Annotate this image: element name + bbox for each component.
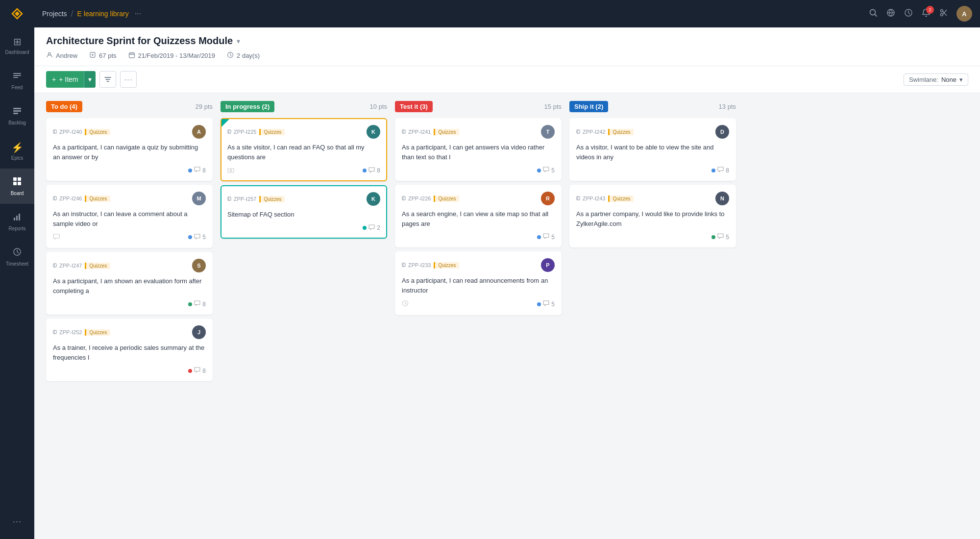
column-pts: 10 pts: [370, 103, 387, 110]
comment-count: 5: [551, 167, 555, 174]
card-header: ZPP-I240QuizzesA: [53, 125, 206, 139]
card-tag: Quizzes: [434, 129, 459, 135]
add-item-button[interactable]: + + Item ▾: [46, 71, 96, 88]
task-card[interactable]: ZPP-I242QuizzesDAs a visitor, I want to …: [569, 118, 736, 181]
comment-count: 5: [202, 234, 206, 241]
card-text: As a visitor, I want to be able to view …: [576, 143, 729, 162]
svg-rect-5: [13, 113, 18, 114]
task-card[interactable]: ZPP-I252QuizzesJAs a trainer, I receive …: [46, 318, 213, 381]
sidebar-item-epics[interactable]: ⚡ Epics: [0, 133, 34, 169]
column-header: To do (4)29 pts: [46, 101, 213, 112]
card-footer: 5: [53, 233, 206, 241]
sidebar-item-board[interactable]: Board: [0, 169, 34, 204]
svg-rect-4: [13, 110, 21, 112]
svg-rect-35: [577, 130, 580, 133]
task-card[interactable]: ZPP-I225QuizzesKAs a site visitor, I can…: [220, 118, 387, 181]
card-id: ZPP-I242: [576, 129, 605, 135]
card-footer-left: [227, 167, 234, 174]
card-tag: Quizzes: [434, 196, 459, 202]
card-flag-icon: [227, 196, 232, 201]
card-tag: Quizzes: [259, 196, 284, 202]
more-icon: ···: [13, 516, 22, 527]
sprint-title: Architecture Sprint for Quizzess Module: [46, 35, 233, 47]
add-item-dropdown[interactable]: ▾: [84, 71, 96, 88]
task-card[interactable]: ZPP-I233QuizzesPAs a participant, I can …: [395, 251, 562, 315]
app-logo[interactable]: [0, 0, 34, 27]
sidebar-label-feed: Feed: [12, 85, 23, 90]
sidebar-label-epics: Epics: [11, 155, 23, 161]
sidebar-item-more[interactable]: ···: [0, 504, 34, 539]
globe-icon[interactable]: [886, 8, 896, 20]
card-tag: Quizzes: [85, 263, 110, 269]
sidebar-label-dashboard: Dashboard: [5, 49, 29, 55]
column-status-badge: To do (4): [46, 101, 82, 112]
card-header: ZPP-I233QuizzesP: [402, 258, 555, 272]
card-id: ZPP-I252: [53, 329, 82, 335]
task-card[interactable]: ZPP-I243QuizzesNAs a partner company, I …: [569, 185, 736, 247]
more-button[interactable]: ···: [120, 71, 137, 88]
card-header: ZPP-I247QuizzesS: [53, 259, 206, 272]
notifications-bell[interactable]: 2: [921, 8, 931, 20]
card-id-area: ZPP-I246Quizzes: [53, 196, 110, 202]
page-content: Architecture Sprint for Quizzess Module …: [34, 27, 980, 539]
card-id: ZPP-I257: [227, 196, 256, 202]
sidebar-item-backlog[interactable]: Backlog: [0, 98, 34, 133]
card-avatar: D: [715, 125, 729, 139]
sidebar-label-backlog: Backlog: [8, 120, 26, 125]
svg-rect-10: [14, 218, 15, 220]
card-header: ZPP-I241QuizzesT: [402, 125, 555, 139]
sprint-title-dropdown-icon[interactable]: ▾: [237, 37, 240, 45]
column-header: In progress (2)10 pts: [220, 101, 387, 112]
scissors-icon[interactable]: [939, 8, 949, 20]
user-avatar[interactable]: A: [956, 6, 972, 22]
column-header: Ship it (2)13 pts: [569, 101, 736, 112]
card-footer: 8: [53, 367, 206, 374]
swimlane-label: Swimlane:: [909, 76, 938, 83]
task-card[interactable]: ZPP-I246QuizzesMAs an instructor, I can …: [46, 185, 213, 248]
filter-button[interactable]: [99, 71, 116, 88]
search-icon[interactable]: [868, 8, 878, 20]
svg-rect-24: [53, 196, 56, 200]
card-id: ZPP-I226: [402, 196, 431, 201]
card-avatar: M: [192, 192, 206, 205]
topnav-current-project[interactable]: E learning library: [77, 10, 129, 18]
svg-rect-27: [228, 130, 231, 133]
sidebar-item-reports[interactable]: Reports: [0, 204, 34, 239]
svg-rect-11: [16, 216, 18, 220]
svg-rect-33: [402, 263, 405, 267]
card-avatar: A: [192, 125, 206, 139]
calendar-icon: [128, 51, 135, 60]
svg-point-14: [870, 9, 876, 15]
svg-rect-23: [53, 130, 56, 133]
sidebar-item-timesheet[interactable]: Timesheet: [0, 239, 34, 274]
topnav-projects-link[interactable]: Projects: [42, 10, 67, 18]
backlog-icon: [12, 106, 22, 118]
svg-rect-26: [53, 330, 56, 334]
card-tag: Quizzes: [608, 129, 633, 135]
task-card[interactable]: ZPP-I226QuizzesRAs a search engine, I ca…: [395, 185, 562, 247]
column-pts: 29 pts: [196, 103, 213, 110]
card-comments: 2: [363, 224, 380, 232]
card-dot: [188, 235, 192, 239]
task-card[interactable]: ZPP-I240QuizzesAAs a participant, I can …: [46, 118, 213, 181]
comment-count: 2: [377, 224, 380, 231]
sidebar-item-dashboard[interactable]: ⊞ Dashboard: [0, 27, 34, 63]
duration-icon: [227, 51, 234, 60]
topnav-dots[interactable]: ···: [135, 9, 141, 18]
sidebar-label-board: Board: [11, 191, 24, 196]
task-card[interactable]: ZPP-I247QuizzesSAs a participant, I am s…: [46, 252, 213, 315]
comment-icon: [368, 224, 375, 232]
column-pts: 13 pts: [719, 103, 736, 110]
task-card[interactable]: ZPP-I241QuizzesTAs a participant, I can …: [395, 118, 562, 181]
card-avatar: R: [541, 192, 555, 205]
comment-icon: [717, 233, 724, 241]
card-flag-icon: [53, 129, 58, 134]
card-comments: 5: [537, 300, 555, 308]
comment-count: 8: [202, 368, 206, 374]
sidebar-item-feed[interactable]: Feed: [0, 63, 34, 98]
sprint-owner-name: Andrew: [56, 52, 77, 59]
swimlane-selector[interactable]: Swimlane: None ▾: [904, 74, 968, 86]
clock-icon[interactable]: [904, 8, 913, 20]
task-card[interactable]: ZPP-I257QuizzesKSitemap of FAQ section2: [220, 185, 387, 239]
card-comments: 5: [537, 233, 555, 241]
